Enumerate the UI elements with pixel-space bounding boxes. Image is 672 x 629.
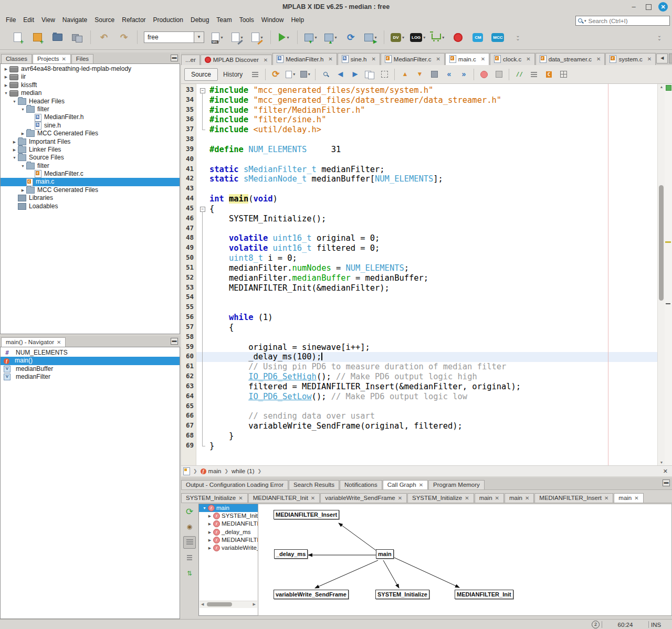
fold-gutter-cell[interactable]: −	[196, 86, 209, 95]
code-text[interactable]: IO_PD6_SetLow(); // Make PD6 output logi…	[209, 392, 657, 402]
graph-options-button[interactable]: ◉	[184, 521, 195, 532]
code-line-49[interactable]: 49 volatile uint16_t filtered = 0;	[181, 243, 657, 253]
code-line-44[interactable]: 44int main(void)	[181, 194, 657, 204]
line-number[interactable]: 41	[181, 165, 196, 175]
warning-stripe-mark[interactable]	[665, 241, 671, 243]
code-text[interactable]: uint8_t i = 0;	[209, 253, 657, 263]
refresh-call-graph-button[interactable]: ⟳	[184, 506, 195, 517]
editor-tab-...er[interactable]: ...er	[181, 55, 200, 65]
menu-navigate[interactable]: Navigate	[59, 15, 91, 25]
purchase-plugins-button[interactable]: ▾	[430, 29, 445, 45]
line-number[interactable]: 46	[181, 214, 196, 224]
maximize-window-icon[interactable]	[644, 2, 653, 12]
editor-tab-medianfilter.h[interactable]: MedianFilter.h✕	[272, 53, 337, 65]
scroll-left-icon[interactable]: ◀	[201, 602, 204, 606]
clean-and-build-project-button[interactable]: ▾	[250, 29, 265, 45]
code-text[interactable]	[209, 402, 657, 412]
code-line-45[interactable]: 45−{	[181, 204, 657, 214]
code-line-68[interactable]: 68 }	[181, 431, 657, 441]
code-line-60[interactable]: 60 _delay_ms(100);	[181, 352, 657, 362]
caret-stripe-mark[interactable]	[666, 303, 670, 304]
stop-macro-recording-button[interactable]	[492, 68, 505, 81]
code-line-64[interactable]: 64 IO_PD6_SetLow(); // Make PD6 output l…	[181, 392, 657, 402]
rectangular-selection-button[interactable]	[378, 68, 391, 81]
menu-refactor[interactable]: Refactor	[118, 15, 149, 25]
graph-node-delay[interactable]: _delay_ms	[274, 549, 308, 559]
minimize-window-group-icon[interactable]: ▬	[171, 55, 178, 61]
tree-item-header-files[interactable]: ▼Header Files	[1, 98, 180, 105]
line-number[interactable]: 39	[181, 145, 196, 155]
line-number[interactable]: 69	[181, 441, 196, 451]
error-stripe[interactable]	[665, 84, 672, 465]
tree-item-avr64ea48-breathing-led-mplab-melody[interactable]: ▶avr64ea48-breathing-led-mplab-melody	[1, 65, 180, 73]
code-text[interactable]	[209, 184, 657, 194]
line-number[interactable]: 57	[181, 323, 196, 333]
tab-classes[interactable]: Classes	[1, 54, 32, 63]
minimize-window-group-icon[interactable]: ▬	[663, 479, 670, 486]
tree-item-iir[interactable]: ▶iir	[1, 73, 180, 81]
code-line-34[interactable]: 34#include "mcc_generated_files/data_str…	[181, 95, 657, 105]
menu-window[interactable]: Window	[258, 15, 288, 25]
close-tab-icon[interactable]: ✕	[398, 495, 402, 501]
line-number[interactable]: 61	[181, 362, 196, 372]
code-line-65[interactable]: 65	[181, 402, 657, 412]
output-tab-call-graph[interactable]: Call Graph✕	[383, 480, 428, 489]
call-graph-tab-2-variablewrite-sendframe[interactable]: variableWrite_SendFrame✕	[320, 493, 407, 503]
call-tree-item-variablewrite_sendframe[interactable]: ▶fvariableWrite_SendFrame	[199, 544, 258, 552]
code-text[interactable]: variableWrite_SendFrame(original, filter…	[209, 421, 657, 431]
make-and-program-device-button[interactable]: ▼▾	[303, 29, 318, 45]
menu-view[interactable]: View	[38, 15, 59, 25]
graph-node-main[interactable]: main	[376, 549, 394, 559]
call-graph-tab-1-medianfilter-init[interactable]: MEDIANFILTER_Init✕	[248, 493, 320, 503]
line-number[interactable]: 45	[181, 204, 196, 214]
toggle-highlight-search-button[interactable]	[428, 68, 440, 81]
minimize-window-group-icon[interactable]: ▬	[171, 338, 178, 345]
close-window-icon[interactable]: ✕	[658, 2, 668, 12]
code-text[interactable]	[209, 135, 657, 145]
code-line-52[interactable]: 52 medianFilter.medianBuffer = medianBuf…	[181, 273, 657, 283]
expand-icon[interactable]: ▶	[206, 544, 213, 552]
graph-node-sysinit[interactable]: SYSTEM_Initialize	[375, 590, 429, 599]
tab-projects[interactable]: Projects✕	[33, 54, 71, 63]
code-line-43[interactable]: 43	[181, 184, 657, 194]
tree-item-kissfft[interactable]: ▶kissfft	[1, 81, 180, 89]
close-tab-icon[interactable]: ✕	[57, 339, 61, 345]
expand-icon[interactable]: ▶	[206, 528, 213, 536]
line-number[interactable]: 68	[181, 431, 196, 441]
code-text[interactable]: static sMedianNode_t medianBuffer[NUM_EL…	[209, 174, 657, 184]
tree-item-linker-files[interactable]: ▶Linker Files	[1, 146, 180, 154]
menu-debug[interactable]: Debug	[187, 15, 213, 25]
call-graph-tab-5-main[interactable]: main✕	[505, 493, 534, 503]
scrollbar-thumb[interactable]	[659, 185, 664, 301]
editor-tab-medianfilter.c[interactable]: MedianFilter.c✕	[381, 53, 445, 65]
menu-file[interactable]: File	[2, 15, 19, 25]
navigator-item-medianbuffer[interactable]: VmedianBuffer	[1, 365, 180, 373]
close-tab-icon[interactable]: ✕	[495, 495, 499, 501]
output-tab-output-configuration-loading-error[interactable]: Output - Configuration Loading Error	[181, 480, 288, 489]
build-project-button[interactable]: ▾	[230, 29, 245, 45]
call-graph-tab-6-medianfilter-insert[interactable]: MEDIANFILTER_Insert✕	[534, 493, 613, 503]
close-tab-icon[interactable]: ✕	[526, 56, 530, 62]
output-tab-search-results[interactable]: Search Results	[289, 480, 339, 489]
code-text[interactable]	[209, 333, 657, 343]
code-line-40[interactable]: 40	[181, 155, 657, 165]
refresh-debug-tool-button[interactable]: ⟳	[343, 29, 358, 45]
reload-file-button[interactable]: ⟳	[269, 68, 282, 81]
call-graph-tab-0-system-initialize[interactable]: SYSTEM_Initialize✕	[181, 493, 248, 503]
close-tab-icon[interactable]: ✕	[419, 482, 423, 488]
editor-tab-data-streamer.c[interactable]: data_streamer.c✕	[536, 53, 605, 65]
line-number[interactable]: 37	[181, 125, 196, 135]
new-project-button[interactable]: +	[30, 29, 45, 45]
expand-icon[interactable]: ▶	[3, 73, 9, 81]
fold-collapse-icon[interactable]: −	[200, 88, 205, 93]
close-tab-icon[interactable]: ✕	[604, 495, 608, 501]
line-number[interactable]: 62	[181, 372, 196, 382]
line-number[interactable]: 58	[181, 333, 196, 343]
close-tab-icon[interactable]: ✕	[634, 495, 638, 501]
line-number[interactable]: 65	[181, 402, 196, 412]
versioning-diff-button[interactable]	[249, 68, 261, 81]
expand-icon[interactable]: ▶	[206, 512, 213, 520]
configuration-dropdown-icon[interactable]: ▼	[194, 31, 204, 43]
breadcrumb-item-main[interactable]: main	[208, 468, 222, 474]
line-number[interactable]: 33	[181, 86, 196, 95]
